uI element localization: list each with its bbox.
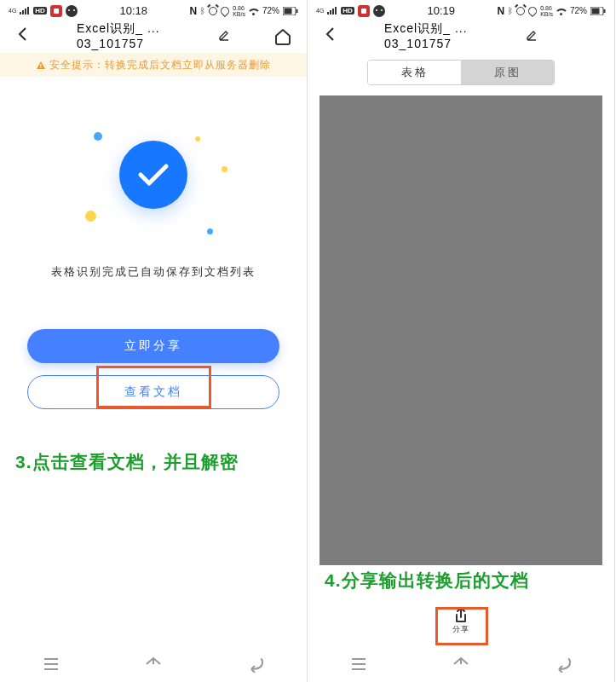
share-icon [452, 605, 470, 624]
nav-home-button[interactable] [435, 650, 487, 681]
bluetooth-icon: ᛒ [508, 6, 513, 15]
nfc-icon: N [190, 5, 198, 17]
security-banner: 安全提示：转换完成后文档立即从服务器删除 [0, 53, 307, 77]
wifi-icon [249, 7, 259, 15]
tab-original[interactable]: 原图 [461, 61, 554, 84]
warning-icon [37, 61, 45, 69]
speed-btm: KB/s [540, 11, 553, 17]
success-graphic [77, 124, 230, 243]
page-title: Excel识别_ ... 03_101757 [77, 21, 214, 50]
clock: 10:19 [427, 4, 455, 17]
network-label: 4G [316, 8, 324, 14]
app-notif-icon [358, 5, 370, 17]
hd-badge: HD [341, 7, 354, 14]
home-button[interactable] [272, 25, 294, 47]
signal-icon [20, 7, 30, 14]
battery-icon [590, 7, 606, 15]
battery-label: 72% [262, 6, 279, 15]
bluetooth-icon: ᛒ [200, 6, 205, 15]
battery-label: 72% [570, 6, 587, 15]
nav-back-button[interactable] [537, 650, 590, 681]
speed-btm: KB/s [233, 11, 245, 17]
mute-icon [221, 7, 229, 15]
signal-icon [327, 7, 337, 14]
annotation-step3: 3.点击查看文档，并且解密 [15, 450, 239, 474]
share-label: 分享 [452, 624, 469, 635]
alarm-icon [209, 7, 217, 15]
banner-text: 安全提示：转换完成后文档立即从服务器删除 [49, 58, 271, 72]
face-notif-icon [373, 5, 385, 17]
mute-icon [528, 7, 537, 15]
svg-rect-1 [285, 8, 292, 14]
svg-rect-2 [296, 9, 298, 13]
back-button[interactable] [320, 22, 339, 49]
tab-table[interactable]: 表格 [368, 61, 461, 84]
hd-badge: HD [33, 7, 47, 14]
wifi-icon [556, 7, 567, 15]
svg-rect-5 [604, 9, 606, 13]
alarm-icon [516, 7, 525, 15]
share-button[interactable]: 分享 [436, 602, 486, 636]
system-nav-bar [308, 650, 614, 682]
nav-home-button[interactable] [127, 650, 180, 681]
nav-menu-button[interactable] [25, 650, 78, 681]
share-now-button[interactable]: 立即分享 [27, 329, 279, 363]
app-header: Excel识别_ ... 03_101757 [308, 19, 614, 53]
system-nav-bar [0, 650, 307, 682]
nav-menu-button[interactable] [332, 650, 385, 681]
nfc-icon: N [498, 5, 505, 17]
face-notif-icon [66, 5, 78, 17]
view-doc-button[interactable]: 查看文档 [27, 375, 279, 409]
status-bar: 4G HD 10:19 N ᛒ 0.86 KB/s 72% [308, 0, 614, 19]
view-tabs: 表格 原图 [367, 60, 555, 85]
success-message: 表格识别完成已自动保存到文档列表 [0, 264, 307, 280]
annotation-band: 4.分享输出转换后的文档 [320, 565, 602, 595]
network-label: 4G [9, 8, 16, 14]
app-notif-icon [50, 5, 62, 17]
edit-icon[interactable] [218, 29, 230, 43]
bottom-toolbar: 分享 [308, 595, 614, 642]
clock: 10:18 [119, 4, 147, 17]
app-header: Excel识别_ ... 03_101757 [0, 19, 307, 53]
speed-top: 0.86 [233, 5, 245, 11]
check-circle-icon [119, 141, 187, 209]
page-title: Excel识别_ ... 03_101757 [384, 21, 521, 50]
back-button[interactable] [13, 22, 32, 49]
battery-icon [283, 7, 298, 15]
document-preview[interactable]: 4.分享输出转换后的文档 [320, 95, 602, 595]
annotation-step4: 4.分享输出转换后的文档 [325, 569, 529, 592]
speed-top: 0.86 [540, 5, 553, 11]
edit-icon[interactable] [526, 29, 538, 43]
nav-back-button[interactable] [229, 650, 282, 681]
status-bar: 4G HD 10:18 N ᛒ 0.86 KB/s 72% [0, 0, 307, 19]
svg-rect-4 [592, 8, 600, 14]
